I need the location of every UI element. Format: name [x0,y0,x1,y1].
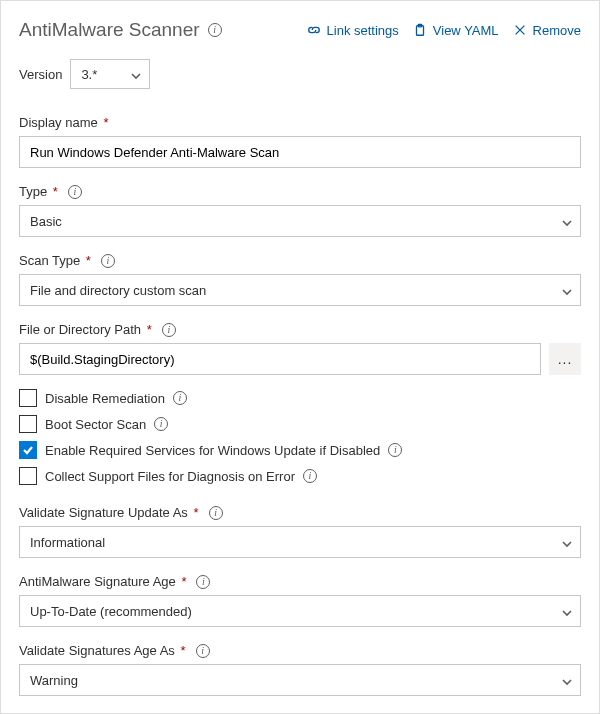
collect-support-row: Collect Support Files for Diagnosis on E… [19,463,581,489]
validate-signature-update-label: Validate Signature Update As * [19,505,199,520]
required-asterisk: * [178,574,187,589]
collect-support-checkbox[interactable] [19,467,37,485]
signature-age-field: AntiMalware Signature Age * i Up-To-Date… [19,574,581,627]
info-icon[interactable]: i [208,23,222,37]
info-icon[interactable]: i [303,469,317,483]
validate-signatures-age-select[interactable]: Warning [19,664,581,696]
boot-sector-checkbox[interactable] [19,415,37,433]
info-icon[interactable]: i [388,443,402,457]
disable-remediation-label: Disable Remediation [45,391,165,406]
type-label: Type * [19,184,58,199]
validate-signature-update-label-row: Validate Signature Update As * i [19,505,581,520]
info-icon[interactable]: i [154,417,168,431]
chevron-down-icon [562,606,572,616]
validate-signature-update-value: Informational [30,535,105,550]
link-settings-button[interactable]: Link settings [307,23,399,38]
type-select[interactable]: Basic [19,205,581,237]
display-name-label: Display name * [19,115,108,130]
enable-services-row: Enable Required Services for Windows Upd… [19,437,581,463]
info-icon[interactable]: i [101,254,115,268]
enable-services-checkbox[interactable] [19,441,37,459]
signature-age-label: AntiMalware Signature Age * [19,574,186,589]
validate-signatures-age-field: Validate Signatures Age As * i Warning [19,643,581,696]
panel-title: AntiMalware Scanner [19,19,200,41]
view-yaml-button[interactable]: View YAML [413,23,499,38]
header-actions: Link settings View YAML Remove [307,23,581,38]
chevron-down-icon [562,285,572,295]
validate-signature-update-select[interactable]: Informational [19,526,581,558]
display-name-input[interactable] [19,136,581,168]
signature-age-value: Up-To-Date (recommended) [30,604,192,619]
link-settings-label: Link settings [327,23,399,38]
file-path-row: ... [19,343,581,375]
required-asterisk: * [177,643,186,658]
signature-age-label-row: AntiMalware Signature Age * i [19,574,581,589]
required-asterisk: * [49,184,58,199]
type-value: Basic [30,214,62,229]
disable-remediation-row: Disable Remediation i [19,385,581,411]
info-icon[interactable]: i [173,391,187,405]
checkbox-group: Disable Remediation i Boot Sector Scan i… [19,385,581,489]
file-path-input[interactable] [19,343,541,375]
enable-services-label: Enable Required Services for Windows Upd… [45,443,380,458]
display-name-label-row: Display name * [19,115,581,130]
validate-signature-update-field: Validate Signature Update As * i Informa… [19,505,581,558]
scan-type-value: File and directory custom scan [30,283,206,298]
chevron-down-icon [562,537,572,547]
validate-signatures-age-value: Warning [30,673,78,688]
chevron-down-icon [562,675,572,685]
scan-type-select[interactable]: File and directory custom scan [19,274,581,306]
scan-type-label-row: Scan Type * i [19,253,581,268]
close-icon [513,23,527,37]
browse-button[interactable]: ... [549,343,581,375]
required-asterisk: * [143,322,152,337]
signature-age-select[interactable]: Up-To-Date (recommended) [19,595,581,627]
header-row: AntiMalware Scanner i Link settings View… [19,19,581,41]
title-wrap: AntiMalware Scanner i [19,19,222,41]
required-asterisk: * [100,115,109,130]
task-settings-panel: AntiMalware Scanner i Link settings View… [0,0,600,714]
version-row: Version 3.* [19,59,581,89]
clipboard-icon [413,23,427,37]
required-asterisk: * [82,253,91,268]
view-yaml-label: View YAML [433,23,499,38]
info-icon[interactable]: i [162,323,176,337]
chevron-down-icon [562,216,572,226]
chevron-down-icon [131,69,141,79]
scan-type-label: Scan Type * [19,253,91,268]
remove-button[interactable]: Remove [513,23,581,38]
type-field: Type * i Basic [19,184,581,237]
info-icon[interactable]: i [209,506,223,520]
info-icon[interactable]: i [196,644,210,658]
info-icon[interactable]: i [68,185,82,199]
collect-support-label: Collect Support Files for Diagnosis on E… [45,469,295,484]
display-name-field: Display name * [19,115,581,168]
validate-signatures-age-label-row: Validate Signatures Age As * i [19,643,581,658]
link-icon [307,23,321,37]
checkmark-icon [22,444,34,456]
version-select[interactable]: 3.* [70,59,150,89]
version-value: 3.* [81,67,97,82]
boot-sector-row: Boot Sector Scan i [19,411,581,437]
scan-type-field: Scan Type * i File and directory custom … [19,253,581,306]
required-asterisk: * [190,505,199,520]
disable-remediation-checkbox[interactable] [19,389,37,407]
type-label-row: Type * i [19,184,581,199]
validate-signatures-age-label: Validate Signatures Age As * [19,643,186,658]
info-icon[interactable]: i [196,575,210,589]
remove-label: Remove [533,23,581,38]
boot-sector-label: Boot Sector Scan [45,417,146,432]
file-path-label: File or Directory Path * [19,322,152,337]
version-label: Version [19,67,62,82]
file-path-field: File or Directory Path * i ... [19,322,581,375]
file-path-label-row: File or Directory Path * i [19,322,581,337]
